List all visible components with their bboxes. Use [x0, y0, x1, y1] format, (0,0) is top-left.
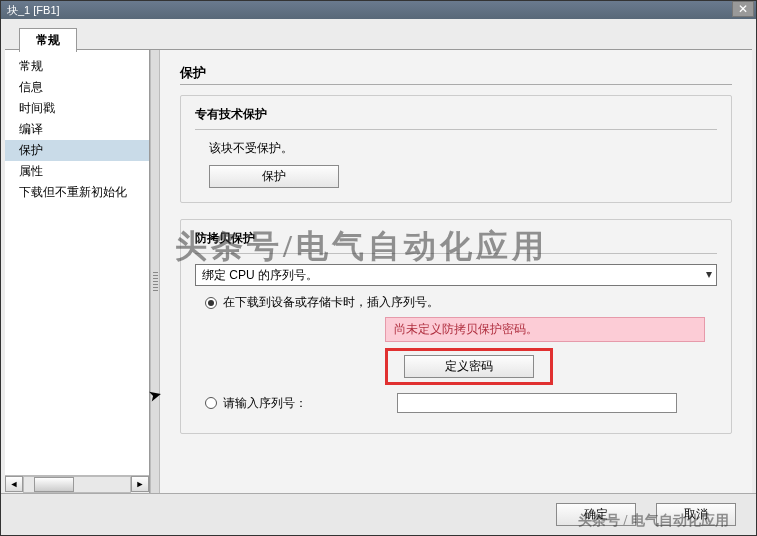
window-body: 常规 常规 信息 时间戳 编译 保护 属性 下载但不重新初始化 ◄ ► — [1, 19, 756, 535]
tab-row: 常规 — [1, 19, 756, 49]
main-area: 常规 信息 时间戳 编译 保护 属性 下载但不重新初始化 ◄ ► 保护 — [5, 49, 752, 493]
ok-button[interactable]: 确定 — [556, 503, 636, 526]
splitter[interactable] — [150, 50, 160, 493]
content-panel: 保护 专有技术保护 该块不受保护。 保护 防拷贝保护 绑定 CPU 的序列号。 — [160, 50, 752, 493]
cancel-button[interactable]: 取消 — [656, 503, 736, 526]
copy-protect-title: 防拷贝保护 — [195, 230, 717, 247]
page-title: 保护 — [180, 64, 732, 82]
sidebar-item-download[interactable]: 下载但不重新初始化 — [5, 182, 149, 203]
sidebar-scrollbar[interactable]: ◄ ► — [5, 475, 149, 493]
radio-download-row[interactable]: 在下载到设备或存储卡时，插入序列号。 — [205, 294, 717, 311]
scroll-thumb[interactable] — [34, 477, 74, 492]
sidebar-item-general[interactable]: 常规 — [5, 56, 149, 77]
protect-button[interactable]: 保护 — [209, 165, 339, 188]
highlight-box: 定义密码 — [385, 348, 553, 385]
serial-input[interactable] — [397, 393, 677, 413]
radio-icon[interactable] — [205, 397, 217, 409]
binding-dropdown[interactable]: 绑定 CPU 的序列号。 — [195, 264, 717, 286]
dropdown-value: 绑定 CPU 的序列号。 — [202, 267, 318, 284]
sidebar-item-timestamp[interactable]: 时间戳 — [5, 98, 149, 119]
scroll-right-icon[interactable]: ► — [131, 476, 149, 492]
sidebar-item-attributes[interactable]: 属性 — [5, 161, 149, 182]
radio-serial-label: 请输入序列号： — [223, 395, 307, 412]
tech-protect-title: 专有技术保护 — [195, 106, 717, 123]
tab-general[interactable]: 常规 — [19, 28, 77, 52]
sidebar-item-info[interactable]: 信息 — [5, 77, 149, 98]
define-password-row: 定义密码 — [385, 348, 717, 385]
warning-banner: 尚未定义防拷贝保护密码。 — [385, 317, 705, 342]
divider — [195, 253, 717, 254]
titlebar: 块_1 [FB1] ✕ — [1, 1, 756, 19]
define-password-button[interactable]: 定义密码 — [404, 355, 534, 378]
close-button[interactable]: ✕ — [732, 1, 754, 17]
window-title: 块_1 [FB1] — [7, 3, 60, 18]
radio-download-label: 在下载到设备或存储卡时，插入序列号。 — [223, 294, 439, 311]
radio-serial-row[interactable]: 请输入序列号： — [205, 393, 717, 413]
tech-protect-group: 专有技术保护 该块不受保护。 保护 — [180, 95, 732, 203]
tech-protect-status: 该块不受保护。 — [209, 140, 717, 157]
sidebar-item-compile[interactable]: 编译 — [5, 119, 149, 140]
radio-icon[interactable] — [205, 297, 217, 309]
properties-window: 块_1 [FB1] ✕ 常规 常规 信息 时间戳 编译 保护 属性 下载但不重新… — [0, 0, 757, 536]
footer: 确定 取消 — [1, 493, 756, 535]
sidebar: 常规 信息 时间戳 编译 保护 属性 下载但不重新初始化 ◄ ► — [5, 50, 150, 493]
divider — [195, 129, 717, 130]
copy-protect-group: 防拷贝保护 绑定 CPU 的序列号。 在下载到设备或存储卡时，插入序列号。 尚未… — [180, 219, 732, 434]
sidebar-list: 常规 信息 时间戳 编译 保护 属性 下载但不重新初始化 — [5, 50, 149, 475]
scroll-left-icon[interactable]: ◄ — [5, 476, 23, 492]
divider — [180, 84, 732, 85]
sidebar-item-protection[interactable]: 保护 — [5, 140, 149, 161]
scroll-track[interactable] — [23, 476, 131, 493]
